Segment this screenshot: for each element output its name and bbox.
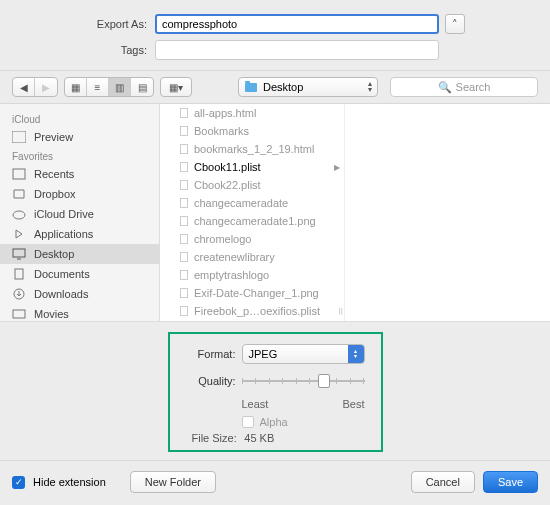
chevron-updown-icon: ▴▾ [348, 345, 364, 363]
new-folder-label: New Folder [145, 476, 201, 488]
quality-label: Quality: [186, 375, 236, 387]
quality-row: Quality: [186, 372, 365, 390]
file-item[interactable]: changecameradate1.png [160, 212, 344, 230]
least-label: Least [242, 398, 269, 410]
file-item[interactable]: createnewlibrary [160, 248, 344, 266]
svg-rect-6 [15, 269, 23, 279]
alpha-checkbox[interactable] [242, 416, 254, 428]
export-as-input[interactable] [155, 14, 439, 34]
sidebar-item-preview[interactable]: Preview [0, 127, 159, 147]
group-by-dropdown[interactable]: ▦▾ [160, 77, 192, 97]
slider-thumb[interactable] [318, 374, 330, 388]
sidebar-section-favorites: Favorites [0, 147, 159, 164]
group-by-icon: ▦▾ [161, 78, 191, 96]
documents-icon [12, 268, 26, 280]
file-item[interactable]: bookmarks_1_2_19.html [160, 140, 344, 158]
file-item[interactable]: emptytrashlogo [160, 266, 344, 284]
file-name: all-apps.html [194, 107, 256, 119]
sidebar-item-movies[interactable]: Movies [0, 304, 159, 321]
sidebar-item-label: iCloud Drive [34, 208, 94, 220]
svg-rect-4 [13, 249, 25, 257]
search-input[interactable]: 🔍 Search [390, 77, 538, 97]
format-select[interactable]: JPEG ▴▾ [242, 344, 365, 364]
sidebar-item-dropbox[interactable]: Dropbox [0, 184, 159, 204]
quality-slider[interactable] [242, 372, 365, 390]
tags-row: Tags: [85, 40, 465, 60]
file-icon [180, 234, 188, 244]
format-panel: Format: JPEG ▴▾ Quality: Least Best Alph… [0, 322, 550, 460]
format-box: Format: JPEG ▴▾ Quality: Least Best Alph… [168, 332, 383, 452]
save-button[interactable]: Save [483, 471, 538, 493]
sidebar-item-label: Desktop [34, 248, 74, 260]
file-name: chromelogo [194, 233, 251, 245]
chevron-up-icon: ˄ [452, 18, 458, 31]
file-item[interactable]: changecameradate [160, 194, 344, 212]
search-placeholder: Search [456, 81, 491, 93]
sidebar-item-recents[interactable]: Recents [0, 164, 159, 184]
sidebar-item-label: Movies [34, 308, 69, 320]
file-item[interactable]: all-apps.html [160, 104, 344, 122]
file-item[interactable]: Exif-Date-Changer_1.png [160, 284, 344, 302]
filesize-value: 45 KB [244, 432, 274, 444]
top-fields: Export As: ˄ Tags: [0, 0, 550, 70]
sidebar-item-downloads[interactable]: Downloads [0, 284, 159, 304]
cancel-label: Cancel [426, 476, 460, 488]
file-icon [180, 126, 188, 136]
sidebar-item-applications[interactable]: Applications [0, 224, 159, 244]
toolbar: ◀ ▶ ▦ ≡ ▥ ▤ ▦▾ Desktop ▴▾ 🔍 Search [0, 70, 550, 104]
file-item[interactable]: chromelogo [160, 230, 344, 248]
file-name: Fireebok_p…oexifios.plist [194, 305, 320, 317]
view-icon-list[interactable]: ≡ [87, 78, 109, 96]
collapse-button[interactable]: ˄ [445, 14, 465, 34]
file-icon [180, 144, 188, 154]
new-folder-button[interactable]: New Folder [130, 471, 216, 493]
hide-extension-label: Hide extension [33, 476, 106, 488]
view-icon-grid[interactable]: ▦ [65, 78, 87, 96]
best-label: Best [342, 398, 364, 410]
file-item[interactable]: Cbook22.plist [160, 176, 344, 194]
file-name: emptytrashlogo [194, 269, 269, 281]
file-item[interactable]: Bookmarks [160, 122, 344, 140]
format-value: JPEG [249, 348, 278, 360]
slider-ticks [242, 378, 365, 384]
file-item[interactable]: Cbook11.plist [160, 158, 344, 176]
view-mode-group: ▦ ≡ ▥ ▤ [64, 77, 154, 97]
svg-rect-0 [12, 131, 26, 143]
file-icon [180, 180, 188, 190]
sidebar-item-label: Recents [34, 168, 74, 180]
sidebar-item-documents[interactable]: Documents [0, 264, 159, 284]
svg-point-3 [13, 211, 25, 219]
alpha-label: Alpha [260, 416, 288, 428]
clock-icon [12, 168, 26, 180]
path-dropdown[interactable]: Desktop ▴▾ [238, 77, 378, 97]
sidebar-item-label: Preview [34, 131, 73, 143]
view-icon-columns[interactable]: ▥ [109, 78, 131, 96]
view-icon-gallery[interactable]: ▤ [131, 78, 153, 96]
export-as-row: Export As: ˄ [85, 14, 465, 34]
file-name: Exif-Date-Changer_1.png [194, 287, 319, 299]
sidebar-item-icloud-drive[interactable]: iCloud Drive [0, 204, 159, 224]
scroll-indicator-icon: ॥ [337, 305, 344, 317]
back-button[interactable]: ◀ [13, 78, 35, 96]
cancel-button[interactable]: Cancel [411, 471, 475, 493]
preview-icon [12, 131, 26, 143]
file-column[interactable]: all-apps.htmlBookmarksbookmarks_1_2_19.h… [160, 104, 345, 321]
file-icon [180, 108, 188, 118]
tags-input[interactable] [155, 40, 439, 60]
file-name: Cbook22.plist [194, 179, 261, 191]
hide-extension-checkbox[interactable]: ✓ [12, 476, 25, 489]
file-icon [180, 162, 188, 172]
alpha-row: Alpha [242, 416, 365, 428]
forward-button[interactable]: ▶ [35, 78, 57, 96]
file-name: changecameradate1.png [194, 215, 316, 227]
sidebar-item-desktop[interactable]: Desktop [0, 244, 159, 264]
format-label: Format: [186, 348, 236, 360]
file-item[interactable]: icloudserver.png [160, 320, 344, 321]
file-name: createnewlibrary [194, 251, 275, 263]
browser-middle: iCloud Preview Favorites Recents Dropbox… [0, 104, 550, 322]
tags-label: Tags: [85, 44, 155, 56]
file-item[interactable]: Fireebok_p…oexifios.plist [160, 302, 344, 320]
filesize-label: File Size: [192, 432, 237, 444]
dropbox-icon [12, 188, 26, 200]
slider-labels: Least Best [242, 398, 365, 410]
